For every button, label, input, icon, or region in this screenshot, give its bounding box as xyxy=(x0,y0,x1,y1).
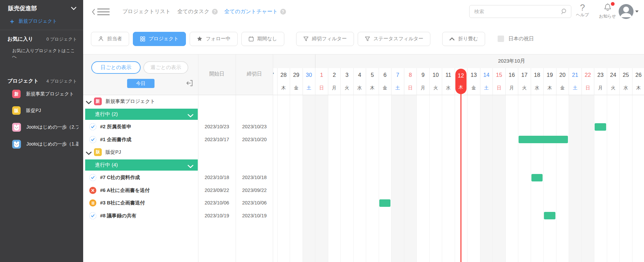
day-header: 3 xyxy=(340,68,353,82)
filter-button-label: 折り畳む xyxy=(458,36,478,42)
day-header: 8 xyxy=(404,68,417,82)
gantt-group-row[interactable]: 販販促PJ xyxy=(83,146,273,159)
weekday-header: 日 xyxy=(493,82,505,95)
view-weekly-toggle[interactable]: 週ごとの表示 xyxy=(143,61,188,74)
gantt-task-row[interactable]: #6 A社に企画書を送付2023/09/222023/09/22 xyxy=(83,184,273,197)
collapse-sidebar-button[interactable] xyxy=(92,8,110,16)
filter-button-0[interactable]: 担当者 xyxy=(91,32,129,46)
gantt-bar[interactable] xyxy=(519,136,568,143)
gantt-bar[interactable] xyxy=(544,212,555,219)
day-column xyxy=(277,95,290,262)
task-label: #8 議事録の共有 xyxy=(100,213,137,219)
day-header: 26 xyxy=(632,68,644,82)
team-name: 販売促進部 xyxy=(8,4,37,12)
view-daily-toggle[interactable]: 日ごとの表示 xyxy=(91,61,141,74)
gantt-task-row[interactable]: #8 議事録の共有2023/10/192023/10/19 xyxy=(83,210,273,222)
day-header: 30 xyxy=(303,68,315,82)
gantt-left-panel: 日ごとの表示 週ごとの表示 今日 開始日 締切日 新新規事業プロジェクト進行中 … xyxy=(83,54,273,262)
weekday-header: 月 xyxy=(416,82,429,95)
column-header-start: 開始日 xyxy=(198,71,236,77)
weekday-header: 水 xyxy=(531,82,544,95)
today-button[interactable]: 今日 xyxy=(127,79,154,88)
status-list-header[interactable]: 進行中 (4) xyxy=(85,159,198,171)
japan-holiday-checkbox[interactable]: 日本の祝日 xyxy=(498,36,534,42)
team-switcher[interactable]: 販売促進部 xyxy=(0,0,83,14)
gantt-group-row[interactable]: 新新規事業プロジェクト xyxy=(83,95,273,108)
project-badge-icon: 新 xyxy=(94,97,102,105)
weekday-header: 金 xyxy=(556,82,569,95)
weekday-header: 土 xyxy=(391,82,404,95)
day-header: 22 xyxy=(581,68,594,82)
filter-button-5[interactable]: ステータスフィルター xyxy=(358,32,431,46)
top-nav: プロジェクトリスト全てのタスク?全てのガントチャート? xyxy=(116,8,286,15)
task-label: #1 企画書作成 xyxy=(100,136,132,143)
project-label: 新規事業プロジェクト xyxy=(26,91,74,97)
filter-button-6[interactable]: 折り畳む xyxy=(442,32,485,46)
status-label: 進行中 (2) xyxy=(95,111,118,117)
topnav-item-0[interactable]: プロジェクトリスト xyxy=(122,8,171,15)
divider xyxy=(198,54,198,262)
task-due-date: 2023/09/22 xyxy=(236,188,273,193)
task-due-date: 2023/10/18 xyxy=(236,175,273,180)
help-button[interactable]: ? ヘルプ xyxy=(573,3,592,18)
main-area: プロジェクトリスト全てのタスク?全てのガントチャート? ? ヘルプ お知らせ 担… xyxy=(83,0,644,262)
chevron-down-icon[interactable] xyxy=(86,100,92,106)
filter-button-label: 締切フィルター xyxy=(312,36,347,42)
sidebar-project-item[interactable]: Jootoはじめの一歩（1.基... xyxy=(0,136,83,153)
project-list: 新新規事業プロジェクト販販促PJJootoはじめの一歩（2.プ...Jootoは… xyxy=(0,86,83,153)
topnav-item-2[interactable]: 全てのガントチャート? xyxy=(224,8,286,15)
gantt-task-row[interactable]: #2 所属長答申2023/10/232023/10/23 xyxy=(83,121,273,133)
new-project-label: 新規プロジェクト xyxy=(19,18,57,24)
weekday-header: 土 xyxy=(480,82,493,95)
search-icon[interactable] xyxy=(561,8,568,16)
filter-button-1[interactable]: プロジェクト xyxy=(133,32,186,46)
gantt-bar[interactable] xyxy=(531,174,543,181)
search-input[interactable] xyxy=(469,5,571,18)
check-icon xyxy=(89,174,96,181)
chevron-down-icon xyxy=(188,113,193,119)
day-column xyxy=(404,95,417,262)
pause-icon xyxy=(89,199,96,206)
filter-button-4[interactable]: 締切フィルター xyxy=(296,32,354,46)
gantt-bar[interactable] xyxy=(379,199,391,207)
day-header: 18 xyxy=(531,68,544,82)
day-header: 16 xyxy=(505,68,518,82)
day-header: 10 xyxy=(429,68,442,82)
weekday-header: 火 xyxy=(429,82,442,95)
sidebar-project-item[interactable]: 新新規事業プロジェクト xyxy=(0,86,83,102)
gantt-row-list: 新新規事業プロジェクト進行中 (2)#2 所属長答申2023/10/232023… xyxy=(83,95,273,262)
day-column xyxy=(366,95,379,262)
task-start-date: 2023/10/23 xyxy=(198,124,236,129)
collapse-panel-icon[interactable] xyxy=(186,79,193,88)
gantt-task-row[interactable]: #3 B社に企画書送付2023/10/062023/10/06 xyxy=(83,197,273,210)
day-column xyxy=(303,95,315,262)
sidebar-project-item[interactable]: Jootoはじめの一歩（2.プ... xyxy=(0,119,83,136)
column-header-due: 締切日 xyxy=(236,71,273,77)
filter-button-2[interactable]: フォロー中 xyxy=(190,32,238,46)
day-header: 20 xyxy=(556,68,569,82)
filter-button-label: 担当者 xyxy=(107,36,122,42)
weekday-header: 月 xyxy=(505,82,518,95)
account-menu[interactable] xyxy=(618,4,639,19)
weekday-header: 木 xyxy=(277,82,290,95)
weekday-header: 木 xyxy=(632,82,644,95)
gantt-bar[interactable] xyxy=(595,123,606,131)
topnav-item-1[interactable]: 全てのタスク? xyxy=(177,8,218,15)
notifications-button[interactable]: お知らせ xyxy=(598,3,617,19)
search-box xyxy=(469,5,571,18)
project-label: Jootoはじめの一歩（1.基... xyxy=(26,141,78,147)
project-mascot-icon xyxy=(12,123,21,132)
gantt-task-row[interactable]: #1 企画書作成2023/10/172023/10/20 xyxy=(83,133,273,146)
caret-down-icon xyxy=(635,10,639,13)
gantt-task-row[interactable]: #7 C社の資料作成2023/10/182023/10/18 xyxy=(83,171,273,184)
plus-icon: ＋ xyxy=(9,19,15,24)
new-project-button[interactable]: ＋ 新規プロジェクト xyxy=(0,14,83,30)
sidebar-project-item[interactable]: 販販促PJ xyxy=(0,102,83,119)
day-column xyxy=(543,95,556,262)
checkbox-icon xyxy=(498,36,504,42)
notification-dot xyxy=(611,2,615,6)
projects-title: プロジェクト xyxy=(7,78,39,84)
filter-button-3[interactable]: 期間なし xyxy=(241,32,284,46)
status-list-header[interactable]: 進行中 (2) xyxy=(85,109,198,120)
chevron-down-icon[interactable] xyxy=(86,150,92,156)
